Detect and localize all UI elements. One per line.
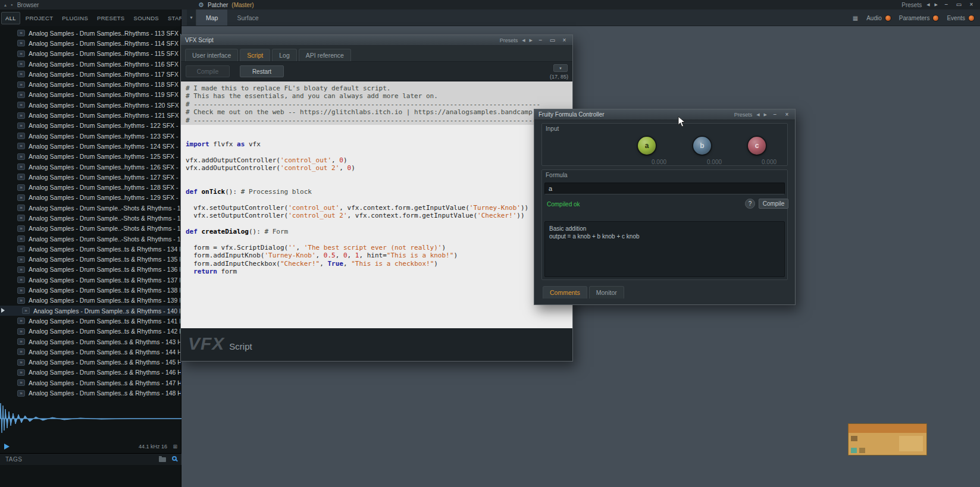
sample-format-icon[interactable]: ⊞ xyxy=(173,444,177,450)
ffc-tab-comments[interactable]: Comments xyxy=(543,286,587,299)
play-icon[interactable] xyxy=(4,444,10,450)
list-item[interactable]: »Analog Samples - Drum Samples..Rhythms … xyxy=(0,49,181,59)
list-item[interactable]: »Analog Samples - Drum Samples..hythms -… xyxy=(0,162,181,172)
list-item[interactable]: »Analog Samples - Drum Samples..s & Rhyt… xyxy=(0,347,181,357)
list-item[interactable]: »Analog Samples - Drum Samples..hythms -… xyxy=(0,152,181,162)
minimize-button[interactable]: − xyxy=(537,36,544,45)
list-item[interactable]: »Analog Samples - Drum Samples..hythms -… xyxy=(0,193,181,203)
list-item[interactable]: »Analog Samples - Drum Sample..-Shots & … xyxy=(0,203,181,213)
knob-b-wrap: b0.000 xyxy=(693,137,711,165)
collapse-icon[interactable]: ▴ xyxy=(4,2,7,8)
compile-button[interactable]: Compile xyxy=(186,65,230,77)
list-item[interactable]: »Analog Samples - Drum Sample..-Shots & … xyxy=(0,213,181,223)
list-item[interactable]: »Analog Samples - Drum Samples..s & Rhyt… xyxy=(0,378,181,388)
list-item[interactable]: »Analog Samples - Drum Samples..s & Rhyt… xyxy=(0,357,181,367)
list-item[interactable]: »Analog Samples - Drum Sample..-Shots & … xyxy=(0,224,181,234)
preset-next-icon[interactable]: ▶ xyxy=(530,38,533,43)
indicator-audio[interactable]: Audio xyxy=(866,15,891,21)
list-item[interactable]: »Analog Samples - Drum Samples..s & Rhyt… xyxy=(0,337,181,347)
vfx-tab-api-reference[interactable]: API reference xyxy=(299,49,351,61)
vfx-tab-log[interactable]: Log xyxy=(272,49,297,61)
preset-prev-icon[interactable]: ◀ xyxy=(756,112,759,117)
list-item[interactable]: »Analog Samples - Drum Samples..ts & Rhy… xyxy=(0,326,181,337)
preset-next-icon[interactable]: ▶ xyxy=(935,2,938,7)
patcher-titlebar[interactable]: ⚙ Patcher (Master) xyxy=(181,2,901,8)
vfx-titlebar[interactable]: VFX Script Presets ◀ ▶ − ▭ × xyxy=(181,35,572,46)
minimize-button[interactable]: − xyxy=(771,111,779,119)
vfx-tab-script[interactable]: Script xyxy=(240,49,270,61)
list-item-label: Analog Samples - Drum Samples..Rhythms -… xyxy=(29,102,181,109)
search-icon[interactable] xyxy=(172,456,177,461)
code-line: # --------------------------------------… xyxy=(186,117,568,124)
list-item[interactable]: »Analog Samples - Drum Samples..ts & Rhy… xyxy=(0,285,181,295)
gear-icon[interactable]: ⚙ xyxy=(198,2,204,8)
browser-tab-project[interactable]: PROJECT xyxy=(22,12,57,24)
browser-list: »Analog Samples - Drum Samples..Rhythms … xyxy=(0,28,181,398)
list-item[interactable]: »Analog Samples - Drum Samples..ts & Rhy… xyxy=(0,316,181,326)
preset-next-icon[interactable]: ▶ xyxy=(764,112,767,117)
restart-button[interactable]: Restart xyxy=(240,65,284,77)
list-item[interactable]: »Analog Samples - Drum Samples..hythms -… xyxy=(0,141,181,151)
list-item[interactable]: »Analog Samples - Drum Samples..ts & Rhy… xyxy=(0,275,181,285)
knob-c[interactable]: c xyxy=(748,137,766,155)
main-window-controls: Presets ◀ ▶ − ▭ × xyxy=(901,1,980,9)
list-item[interactable]: »Analog Samples - Drum Samples..Rhythms … xyxy=(0,28,181,38)
list-item[interactable]: »Analog Samples - Drum Samples..ts & Rhy… xyxy=(0,265,181,275)
close-button[interactable]: × xyxy=(561,36,568,45)
maximize-button[interactable]: ▭ xyxy=(549,36,556,45)
ffc-compile-button[interactable]: Compile xyxy=(759,199,788,209)
list-item-label: Analog Samples - Drum Samples..ts & Rhyt… xyxy=(29,297,181,304)
list-item[interactable]: »Analog Samples - Drum Samples..hythms -… xyxy=(0,182,181,192)
tab-surface[interactable]: Surface xyxy=(227,10,268,26)
ffc-tab-monitor[interactable]: Monitor xyxy=(589,286,624,299)
list-item[interactable]: »Analog Samples - Drum Samples..Rhythms … xyxy=(0,110,181,120)
thumbnail-region xyxy=(851,436,857,441)
help-button[interactable]: ? xyxy=(745,199,755,209)
tab-options-dropdown[interactable]: ▾ xyxy=(187,10,196,26)
knob-b[interactable]: b xyxy=(693,137,711,155)
vfx-tab-user-interface[interactable]: User interface xyxy=(185,49,238,61)
list-item[interactable]: »Analog Samples - Drum Samples..ts & Rhy… xyxy=(0,244,181,254)
list-item[interactable]: »Analog Samples - Drum Samples..hythms -… xyxy=(0,131,181,141)
preset-prev-icon[interactable]: ◀ xyxy=(926,2,929,7)
list-item[interactable]: »Analog Samples - Drum Samples..ts & Rhy… xyxy=(0,296,181,306)
browser-tab-plugins[interactable]: PLUGINS xyxy=(58,12,92,24)
plugin-thumbnail[interactable] xyxy=(848,423,927,455)
browser-tab-presets[interactable]: PRESETS xyxy=(93,12,128,24)
list-item[interactable]: »Analog Samples - Drum Samples..Rhythms … xyxy=(0,38,181,48)
sample-icon: » xyxy=(17,297,25,304)
list-item-label: Analog Samples - Drum Samples..ts & Rhyt… xyxy=(29,256,181,263)
pin-icon[interactable]: ● xyxy=(11,3,13,7)
preset-prev-icon[interactable]: ◀ xyxy=(522,38,525,43)
list-item[interactable]: »Analog Samples - Drum Samples..Rhythms … xyxy=(0,90,181,100)
indicator-events[interactable]: Events xyxy=(947,15,974,21)
tab-map[interactable]: Map xyxy=(196,10,227,26)
browser-tab-all[interactable]: ALL xyxy=(1,12,20,24)
minimize-button[interactable]: − xyxy=(943,1,950,9)
code-editor[interactable]: # I made this to replace FL's bloaty def… xyxy=(181,81,572,328)
list-item[interactable]: »Analog Samples - Drum Sample..-Shots & … xyxy=(0,234,181,244)
list-item[interactable]: »Analog Samples - Drum Samples..ts & Rhy… xyxy=(0,255,181,265)
list-item[interactable]: »Analog Samples - Drum Samples..s & Rhyt… xyxy=(0,367,181,378)
close-button[interactable]: × xyxy=(783,111,791,119)
browser-tab-sounds[interactable]: SOUNDS xyxy=(130,12,162,24)
formula-input[interactable]: a xyxy=(544,183,785,194)
secondary-bar: ALLPROJECTPLUGINSPRESETSSOUNDSSTARRED ▾ … xyxy=(0,10,980,26)
maximize-button[interactable]: ▭ xyxy=(955,1,963,9)
list-item[interactable]: »Analog Samples - Drum Samples..Rhythms … xyxy=(0,79,181,89)
sample-waveform[interactable] xyxy=(0,397,181,440)
script-dropdown-button[interactable]: ▾ xyxy=(553,64,568,72)
list-item[interactable]: »Analog Samples - Drum Samples..hythms -… xyxy=(0,172,181,182)
description-box[interactable]: Basic additionoutput = a knob + b knob +… xyxy=(544,221,785,277)
indicator-parameters[interactable]: Parameters xyxy=(899,15,939,21)
close-button[interactable]: × xyxy=(968,1,975,9)
list-item[interactable]: »Analog Samples - Drum Samples..hythms -… xyxy=(0,121,181,131)
list-item[interactable]: »Analog Samples - Drum Samples..Rhythms … xyxy=(0,69,181,79)
list-item[interactable]: »Analog Samples - Drum Sample..s & Rhyth… xyxy=(0,306,181,316)
sample-icon: » xyxy=(17,266,25,273)
knob-a[interactable]: a xyxy=(638,137,656,155)
list-item[interactable]: »Analog Samples - Drum Samples..Rhythms … xyxy=(0,100,181,110)
ffc-titlebar[interactable]: Fruity Formula Controller Presets ◀ ▶ − … xyxy=(534,109,795,120)
folder-icon[interactable] xyxy=(159,457,166,462)
list-item[interactable]: »Analog Samples - Drum Samples..Rhythms … xyxy=(0,59,181,69)
